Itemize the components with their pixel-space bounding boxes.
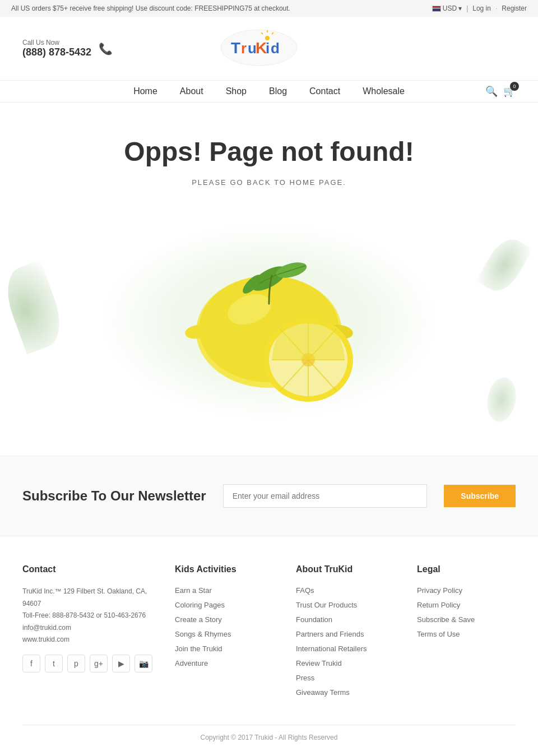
leaf-right2-decoration xyxy=(484,375,519,424)
login-link[interactable]: Log in xyxy=(472,4,491,12)
main-nav: Home About Shop Blog Contact Wholesale 🔍… xyxy=(0,80,538,103)
error-section: Opps! Page not found! PLEASE GO BACK TO … xyxy=(0,103,538,433)
currency-label: USD xyxy=(443,4,457,12)
footer-link-review[interactable]: Review Trukid xyxy=(296,659,342,667)
footer-contact-title: Contact xyxy=(22,564,152,574)
footer-legal-title: Legal xyxy=(417,564,516,574)
svg-text:T: T xyxy=(231,39,240,57)
footer-link-coloring[interactable]: Coloring Pages xyxy=(175,601,225,609)
lemon-illustration xyxy=(163,231,375,412)
logo-section[interactable]: T r u K i d xyxy=(220,28,298,69)
flag-icon xyxy=(432,6,441,12)
leaf-left-decoration xyxy=(0,260,69,354)
footer-link-terms[interactable]: Terms of Use xyxy=(417,630,460,638)
phone-number[interactable]: (888) 878-5432 xyxy=(22,47,91,58)
top-bar-right: USD ▾ | Log in · Register xyxy=(432,4,527,12)
footer-link-foundation[interactable]: Foundation xyxy=(296,615,332,624)
register-link[interactable]: Register xyxy=(502,4,527,12)
footer-link-international[interactable]: International Retailers xyxy=(296,644,367,653)
error-subtitle: PLEASE GO BACK TO HOME PAGE. xyxy=(11,178,527,187)
phone-section: Call Us Now (888) 878-5432 📞 xyxy=(22,39,114,58)
footer-link-trust-products[interactable]: Trust Our Products xyxy=(296,601,357,609)
copyright-text: Copyright © 2017 Trukid - All Rights Res… xyxy=(201,734,338,741)
footer-about-links: FAQs Trust Our Products Foundation Partn… xyxy=(296,586,395,697)
svg-text:d: d xyxy=(271,40,280,57)
liquid-error: Liquid error: Could not find asset snipp… xyxy=(0,753,538,756)
promo-text: All US orders $75+ receive free shipping… xyxy=(11,4,290,12)
newsletter-title: Subscribe To Our Newsletter xyxy=(22,488,206,504)
footer-kids-title: Kids Activities xyxy=(175,564,273,574)
svg-text:r: r xyxy=(241,40,247,57)
nav-wholesale[interactable]: Wholesale xyxy=(363,86,405,96)
footer-legal-links: Privacy Policy Return Policy Subscribe &… xyxy=(417,586,516,638)
separator2: · xyxy=(495,4,497,12)
footer-link-press[interactable]: Press xyxy=(296,674,314,682)
footer-contact-col: Contact TruKid Inc.™ 129 Filbert St. Oak… xyxy=(22,564,152,702)
footer-link-faqs[interactable]: FAQs xyxy=(296,586,314,595)
footer-about-title: About TruKid xyxy=(296,564,395,574)
nav-about[interactable]: About xyxy=(180,86,203,96)
nav-icons: 🔍 🛒 0 xyxy=(485,85,516,98)
footer-link-privacy[interactable]: Privacy Policy xyxy=(417,586,462,595)
nav-blog[interactable]: Blog xyxy=(269,86,287,96)
cart-badge: 0 xyxy=(510,82,519,91)
footer-link-partners[interactable]: Partners and Friends xyxy=(296,630,364,638)
footer-kids-col: Kids Activities Earn a Star Coloring Pag… xyxy=(175,564,273,702)
top-bar: All US orders $75+ receive free shipping… xyxy=(0,0,538,17)
instagram-icon[interactable]: 📷 xyxy=(134,655,152,672)
call-label: Call Us Now xyxy=(22,39,91,47)
footer-about-col: About TruKid FAQs Trust Our Products Fou… xyxy=(296,564,395,702)
facebook-icon[interactable]: f xyxy=(22,655,40,672)
footer-link-story[interactable]: Create a Story xyxy=(175,615,222,624)
footer-bottom: Copyright © 2017 Trukid - All Rights Res… xyxy=(22,725,516,741)
footer-link-adventure[interactable]: Adventure xyxy=(175,659,208,667)
footer-kids-links: Earn a Star Coloring Pages Create a Stor… xyxy=(175,586,273,667)
youtube-icon[interactable]: ▶ xyxy=(112,655,130,672)
cart-button[interactable]: 🛒 0 xyxy=(503,85,516,98)
leaf-right-decoration xyxy=(476,233,533,298)
footer-grid: Contact TruKid Inc.™ 129 Filbert St. Oak… xyxy=(22,564,516,702)
footer-link-songs[interactable]: Songs & Rhymes xyxy=(175,630,231,638)
footer-link-subscribe-save[interactable]: Subscribe & Save xyxy=(417,615,475,624)
pinterest-icon[interactable]: p xyxy=(67,655,85,672)
social-icons: f t p g+ ▶ 📷 xyxy=(22,655,152,672)
nav-shop[interactable]: Shop xyxy=(226,86,247,96)
footer-link-earn-star[interactable]: Earn a Star xyxy=(175,586,212,595)
footer-link-giveaway[interactable]: Giveaway Terms xyxy=(296,688,350,697)
currency-chevron-icon: ▾ xyxy=(458,4,462,12)
separator: | xyxy=(466,4,468,12)
twitter-icon[interactable]: t xyxy=(45,655,63,672)
svg-point-7 xyxy=(265,36,270,40)
phone-text-block: Call Us Now (888) 878-5432 xyxy=(22,39,91,58)
footer: Contact TruKid Inc.™ 129 Filbert St. Oak… xyxy=(0,536,538,753)
footer-legal-col: Legal Privacy Policy Return Policy Subsc… xyxy=(417,564,516,702)
error-title: Opps! Page not found! xyxy=(11,136,527,167)
footer-link-return[interactable]: Return Policy xyxy=(417,601,460,609)
lemon-svg xyxy=(163,231,375,410)
svg-text:i: i xyxy=(266,40,270,57)
footer-link-join[interactable]: Join the Trukid xyxy=(175,644,222,653)
header: Call Us Now (888) 878-5432 📞 T r u K i d xyxy=(0,17,538,80)
newsletter-section: Subscribe To Our Newsletter Subscribe xyxy=(0,456,538,536)
logo-image: T r u K i d xyxy=(220,28,298,67)
newsletter-subscribe-button[interactable]: Subscribe xyxy=(444,485,516,507)
currency-selector[interactable]: USD ▾ xyxy=(432,4,462,12)
search-button[interactable]: 🔍 xyxy=(485,85,498,98)
phone-icon: 📞 xyxy=(97,40,114,57)
googleplus-icon[interactable]: g+ xyxy=(90,655,108,672)
nav-contact[interactable]: Contact xyxy=(309,86,340,96)
newsletter-email-input[interactable] xyxy=(223,484,428,508)
footer-address: TruKid Inc.™ 129 Filbert St. Oakland, CA… xyxy=(22,586,152,646)
lemon-image-container xyxy=(11,209,527,433)
nav-home[interactable]: Home xyxy=(133,86,157,96)
